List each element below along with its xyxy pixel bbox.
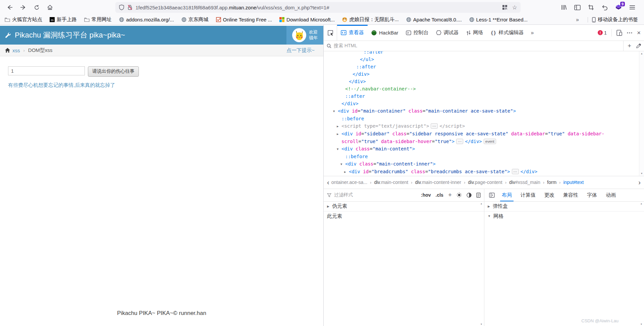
tree-node[interactable]: ::after: [328, 92, 638, 100]
collapse-arrow[interactable]: ▼: [333, 108, 338, 115]
crumbs-scroll-right[interactable]: ›: [636, 179, 643, 186]
breadcrumb-node[interactable]: form: [547, 180, 556, 185]
collapsed-content-badge[interactable]: ⋯: [512, 169, 519, 174]
bookmark-item[interactable]: 火狐官方站点: [5, 16, 42, 23]
devtools-tab-HackBar[interactable]: HackBar: [368, 25, 402, 41]
tree-node[interactable]: </ul>: [328, 56, 638, 63]
breadcrumb-node[interactable]: div.main-content: [374, 180, 408, 185]
tree-node[interactable]: </div>: [328, 100, 638, 107]
tree-node[interactable]: <!--/.navbar-container-->: [328, 85, 638, 92]
devtools-close-icon[interactable]: ×: [637, 29, 641, 36]
responsive-mode-icon[interactable]: [616, 30, 622, 36]
breadcrumb-node[interactable]: ontainer.ace-sa...: [331, 180, 367, 185]
layout-tab-动画[interactable]: 动画: [601, 189, 620, 201]
element-picker-button[interactable]: [324, 25, 337, 41]
pseudo-class-toggle[interactable]: :hov: [421, 192, 431, 198]
bookmark-star-icon[interactable]: ☆: [512, 4, 517, 11]
library-icon[interactable]: [561, 4, 567, 10]
devtools-menu-icon[interactable]: [627, 32, 632, 34]
breadcrumb-node[interactable]: div#xssd_main: [509, 180, 540, 185]
print-sim-icon[interactable]: [476, 193, 481, 198]
expand-arrow[interactable]: ▶: [337, 123, 341, 130]
text-input[interactable]: [8, 66, 85, 75]
bookmarks-overflow-chevron[interactable]: »: [576, 17, 579, 23]
this-element-section[interactable]: 此元素: [324, 211, 484, 221]
insecure-lock-icon[interactable]: [127, 4, 133, 10]
bookmark-item[interactable]: 京东商城: [181, 16, 209, 23]
url-bar[interactable]: 1fedf525e1b348aeac3181f6f68a693f.app.mit…: [115, 2, 521, 13]
tree-node[interactable]: ▶<div id="breadcrumbs" class="breadcrumb…: [328, 168, 638, 176]
collapsed-content-badge[interactable]: ⋯: [456, 139, 463, 144]
devtools-tab-样式编辑器[interactable]: {}样式编辑器: [487, 25, 528, 41]
tree-node[interactable]: ▼<div class="main-content">: [328, 145, 638, 153]
collapse-arrow[interactable]: ▼: [340, 160, 345, 168]
back-button[interactable]: [4, 2, 15, 12]
screenshot-crop-icon[interactable]: [588, 4, 594, 10]
add-node-button[interactable]: +: [628, 42, 631, 50]
toggle-3pane-icon[interactable]: [486, 189, 497, 201]
shield-icon[interactable]: [119, 4, 124, 10]
reload-button[interactable]: [31, 2, 42, 12]
bookmark-item[interactable]: 常用网址: [84, 16, 112, 23]
tree-node[interactable]: ▼<div id="main-container" class="main-co…: [328, 107, 638, 115]
rules-scrollbar[interactable]: ▲▼: [479, 202, 483, 326]
undo-history-icon[interactable]: [601, 5, 608, 10]
devtools-tab-网络[interactable]: 网络: [463, 25, 487, 41]
devtools-tabs-overflow[interactable]: »: [527, 25, 537, 41]
layout-tab-兼容性[interactable]: 兼容性: [559, 189, 583, 201]
add-rule-button[interactable]: +: [448, 191, 452, 199]
grid-section[interactable]: ▼ 网格: [484, 211, 644, 221]
filter-styles-placeholder[interactable]: 过滤样式: [334, 192, 353, 198]
tree-node[interactable]: ::before: [328, 153, 638, 160]
devtools-tab-调试器[interactable]: 调试器: [432, 25, 463, 41]
tree-node[interactable]: ▼<div class="main-content-inner">: [328, 160, 638, 168]
tree-node[interactable]: ▼<div class="page-content">: [328, 176, 638, 176]
light-theme-sim-icon[interactable]: [457, 192, 462, 198]
expand-arrow[interactable]: ▶: [344, 168, 349, 176]
pseudo-elements-section[interactable]: ▶ 伪元素: [324, 202, 484, 211]
menu-hamburger-icon[interactable]: [629, 5, 635, 10]
tree-node[interactable]: </div>: [328, 78, 638, 85]
layout-tab-计算值[interactable]: 计算值: [516, 189, 540, 201]
devtools-tab-控制台[interactable]: 控制台: [402, 25, 432, 41]
collapse-arrow[interactable]: ▼: [337, 145, 341, 153]
home-button[interactable]: [44, 2, 56, 12]
layout-tab-更改[interactable]: 更改: [540, 189, 559, 201]
url-text[interactable]: 1fedf525e1b348aeac3181f6f68a693f.app.mit…: [136, 5, 329, 10]
submit-button[interactable]: 请说出你的伤心往事: [88, 66, 139, 77]
home-icon[interactable]: [5, 48, 10, 53]
tree-node[interactable]: ::after: [328, 51, 638, 56]
bookmark-item[interactable]: Less-1 **Error Based...: [469, 17, 528, 22]
bookmark-item[interactable]: 虎娘日报：无限乱斗...: [342, 16, 399, 23]
tree-node[interactable]: ::after: [328, 63, 638, 70]
sidebar-toggle-icon[interactable]: [574, 5, 581, 10]
markup-scrollbar[interactable]: ▲ ▼: [639, 51, 644, 176]
tree-node[interactable]: </div>: [328, 70, 638, 78]
breadcrumb-node-selected[interactable]: input#text: [563, 180, 584, 185]
tree-node[interactable]: ▶<div id="sidebar" class="sidebar respon…: [328, 130, 638, 145]
layout-tab-布局[interactable]: 布局: [497, 189, 516, 201]
devtools-tab-查看器[interactable]: 查看器: [337, 25, 368, 41]
qr-code-icon[interactable]: [502, 5, 507, 10]
hint-link[interactable]: 点一下提示~: [286, 47, 319, 54]
tree-node[interactable]: ::before: [328, 115, 638, 122]
collapsed-content-badge[interactable]: ⋯: [431, 123, 438, 129]
bookmark-item[interactable]: m新手上路: [50, 16, 77, 23]
breadcrumb-node[interactable]: div.page-content: [468, 180, 502, 185]
domxss-link[interactable]: 有些费尽心机想要忘记的事情,后来真的就忘掉了: [8, 82, 115, 88]
event-badge[interactable]: event: [484, 139, 496, 144]
expand-arrow[interactable]: ▶: [337, 130, 341, 138]
eyedropper-icon[interactable]: [636, 44, 641, 49]
collections-icon[interactable]: 9: [615, 4, 622, 11]
dark-theme-sim-icon[interactable]: [467, 193, 472, 198]
tree-node[interactable]: ▶<script type="text/javascript">⋯</scrip…: [328, 122, 638, 130]
layout-tab-字体[interactable]: 字体: [583, 189, 601, 201]
error-count-badge[interactable]: ! 1: [598, 30, 607, 36]
bookmark-item[interactable]: Download Microsoft...: [279, 17, 335, 22]
user-box[interactable]: 欢迎 骚年: [286, 26, 323, 45]
bookmark-item[interactable]: addons.mozilla.org/...: [119, 17, 174, 22]
class-toggle[interactable]: .cls: [436, 192, 443, 198]
crumbs-scroll-left[interactable]: ‹: [325, 179, 331, 186]
breadcrumb-node[interactable]: div.main-content-inner: [415, 180, 461, 185]
html-search-bar[interactable]: 搜索 HTML +: [324, 41, 644, 51]
